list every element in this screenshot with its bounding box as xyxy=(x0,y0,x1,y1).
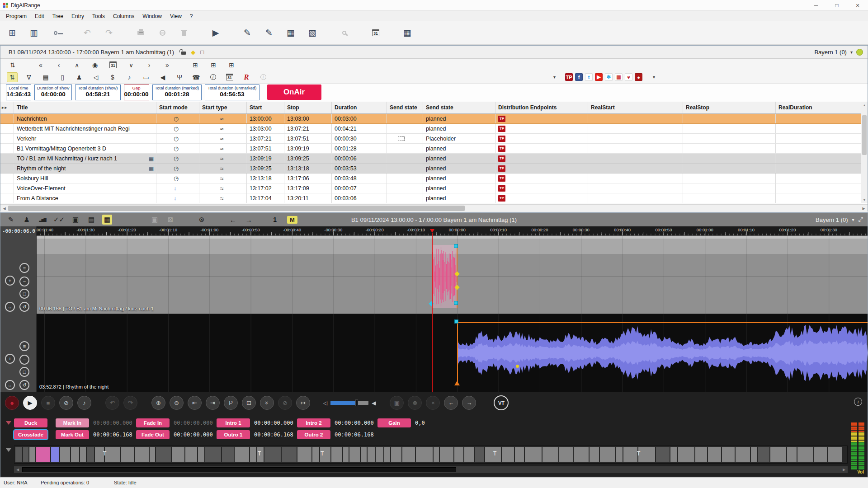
cart-icon[interactable]: ▭ xyxy=(141,72,151,82)
overview-segment[interactable] xyxy=(250,447,256,462)
unlocked-icon[interactable] xyxy=(181,52,186,55)
scrollbar-thumb[interactable] xyxy=(862,115,867,155)
show-overview-strip[interactable] xyxy=(14,446,848,464)
waveform-track-1[interactable]: 00:06.168 | TO / B1 am Mi Nachmittag / k… xyxy=(37,236,868,314)
envelope-handle[interactable] xyxy=(454,319,458,324)
fade-button[interactable]: Intro 1 xyxy=(217,418,250,427)
table-vertical-scrollbar[interactable]: ▲ ▼ xyxy=(861,102,868,203)
table-row[interactable]: TO / B1 am Mi Nachmittag / kurz nach 1 ▦… xyxy=(0,154,868,164)
fade-anchor-marker[interactable] xyxy=(454,381,460,385)
column-header[interactable]: Duration xyxy=(332,102,387,113)
menu-item[interactable]: ? xyxy=(186,12,197,21)
station-icon[interactable]: ● xyxy=(635,73,642,81)
goto-last-icon[interactable]: » xyxy=(161,60,173,70)
track-pan-button[interactable]: ↔ xyxy=(5,380,15,390)
audio-manager-icon[interactable]: ▧ xyxy=(306,26,319,40)
overview-collapse-icon[interactable] xyxy=(6,448,11,452)
menu-item[interactable]: Window xyxy=(138,12,166,21)
goto-end-button[interactable]: ⇥ xyxy=(206,396,220,410)
column-header[interactable]: RealStart xyxy=(588,102,683,113)
overview-segment[interactable] xyxy=(312,447,319,462)
marker-square-icon[interactable]: □ xyxy=(200,49,204,56)
voicetrack-button[interactable]: VT xyxy=(494,395,509,410)
scrollbar-thumb[interactable] xyxy=(8,206,465,211)
zoom-selection-button[interactable]: ⊡ xyxy=(242,396,256,410)
nav-left-icon[interactable]: ← xyxy=(228,215,238,225)
overview-segment[interactable] xyxy=(105,447,120,462)
goto-start-button[interactable]: ⇤ xyxy=(188,396,202,410)
table-row[interactable]: Rhythm of the night ▦ ◷ ≈ 13:09:25 13:13… xyxy=(0,164,868,174)
overview-segment[interactable] xyxy=(485,447,501,462)
info-text-icon[interactable]: i xyxy=(208,72,218,82)
calendar-icon[interactable]: 31 xyxy=(369,26,382,40)
zoom-out-button[interactable]: ⊖ xyxy=(170,396,184,410)
grid-icon[interactable]: ▦ xyxy=(102,215,112,225)
overview-segment[interactable] xyxy=(464,447,474,462)
start-icon[interactable]: ▶ xyxy=(209,26,222,40)
overview-segment[interactable] xyxy=(29,447,35,462)
reporter-icon[interactable]: ♟ xyxy=(22,215,32,225)
table-row[interactable]: Nachrichten ◷ ≈ 13:00:00 13:03:00 00:03:… xyxy=(0,114,868,124)
overview-segment[interactable] xyxy=(475,447,484,462)
column-header[interactable]: Title xyxy=(14,102,156,113)
fade-button[interactable]: Mark In xyxy=(56,418,89,427)
scroll-left-icon[interactable]: ◀ xyxy=(0,205,8,212)
heart-icon[interactable]: ♥ xyxy=(625,73,632,81)
overview-segment[interactable] xyxy=(440,447,453,462)
fade-button[interactable]: Intro 2 xyxy=(297,418,330,427)
timeline-ruler[interactable]: -00:01:40-00:01:30-00:01:20-00:01:10-00:… xyxy=(37,226,868,236)
envelope-point[interactable] xyxy=(516,365,519,368)
endpoints-dropdown-icon[interactable]: ▾ xyxy=(553,75,556,80)
overview-segment[interactable] xyxy=(95,447,104,462)
maximize-button[interactable]: □ xyxy=(826,0,847,10)
channel-dropdown-icon[interactable]: ▾ xyxy=(850,50,853,55)
menu-item[interactable]: Edit xyxy=(31,12,48,21)
chevrons-button[interactable]: » xyxy=(260,396,274,410)
overview-segment[interactable] xyxy=(722,447,735,462)
edit-show-icon[interactable]: ✎ xyxy=(262,26,276,40)
sort-order-icon[interactable]: ⇅ xyxy=(7,60,19,70)
column-header[interactable]: Distribution Endpoints xyxy=(495,102,588,113)
overview-segment[interactable] xyxy=(36,447,50,462)
marker-diamond-icon[interactable]: ◆ xyxy=(191,49,195,56)
table-row[interactable]: Wetterbett MIT Nachrichtenstinger nach R… xyxy=(0,124,868,134)
matrix-icon[interactable]: ▦ xyxy=(401,26,414,40)
phone-icon[interactable]: ☎ xyxy=(191,72,202,82)
menu-item[interactable]: Tools xyxy=(88,12,109,21)
overview-segment[interactable] xyxy=(623,447,637,462)
expand-all-icon[interactable]: ▸ xyxy=(5,105,7,110)
overview-segment[interactable] xyxy=(156,447,171,462)
channel-status-icon[interactable] xyxy=(856,49,863,56)
clip-right-edge-handle[interactable] xyxy=(457,245,458,308)
overview-segment[interactable] xyxy=(814,447,827,462)
endpoint-tp-icon[interactable]: TP xyxy=(565,73,573,81)
track-zoom-in-button[interactable]: + xyxy=(5,354,15,364)
record-mark-icon[interactable]: ◉ xyxy=(89,60,101,70)
overview-segment[interactable] xyxy=(751,447,757,462)
insert-layout-icon[interactable]: ⊞ xyxy=(189,60,201,70)
edit-pencil-icon[interactable]: ✎ xyxy=(6,215,16,225)
column-header[interactable]: Start mode xyxy=(156,102,199,113)
track-loop-button[interactable]: ↺ xyxy=(19,380,29,390)
cancel-icon[interactable]: ⊗ xyxy=(197,215,207,225)
overview-segment[interactable] xyxy=(376,447,383,462)
speaker-icon[interactable]: ◀ xyxy=(157,72,168,82)
social-more-icon[interactable]: ▾ xyxy=(653,75,655,80)
prev-element-button[interactable]: ← xyxy=(444,396,458,410)
twitter-icon[interactable]: t xyxy=(585,73,593,81)
overview-segment[interactable] xyxy=(787,447,797,462)
clip-handle-top[interactable] xyxy=(454,244,458,248)
fade-panel-collapse-icon[interactable] xyxy=(6,421,11,425)
fade-button[interactable]: Fade Out xyxy=(136,430,170,439)
fade-button[interactable]: Mark Out xyxy=(56,430,89,439)
overview-segment[interactable] xyxy=(656,447,670,462)
playhead-marker[interactable] xyxy=(430,229,434,233)
overview-segment[interactable] xyxy=(15,447,22,462)
goto-first-icon[interactable]: « xyxy=(35,60,47,70)
move-up-icon[interactable]: ∧ xyxy=(71,60,83,70)
youtube-icon[interactable]: ▶ xyxy=(595,73,603,81)
volume-slider[interactable] xyxy=(330,401,368,405)
scroll-down-icon[interactable]: ▼ xyxy=(861,197,868,203)
volume-slider-handle[interactable] xyxy=(355,399,358,406)
track-zoom-out-button[interactable]: − xyxy=(19,355,29,365)
